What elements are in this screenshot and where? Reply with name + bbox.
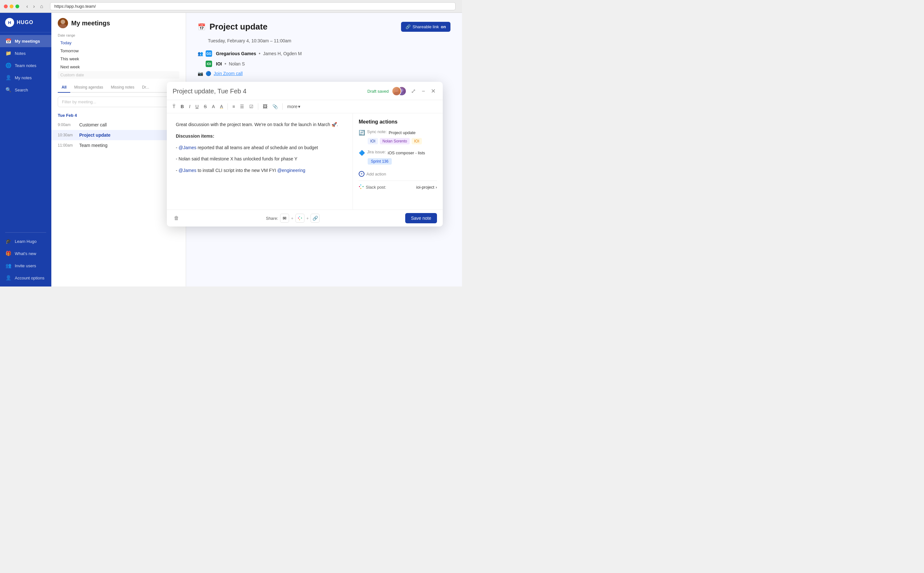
highlight-button[interactable]: A: [218, 103, 225, 110]
company-logo-ioi: IOI: [206, 61, 212, 67]
graduation-icon: 🎓: [5, 238, 11, 244]
sidebar: H HUGO 📅 My meetings 📁 Notes 🌐 Team note…: [0, 13, 51, 286]
back-button[interactable]: ‹: [24, 3, 30, 10]
home-button[interactable]: ⌂: [38, 3, 45, 10]
close-button[interactable]: [4, 5, 8, 8]
share-link-button[interactable]: 🔗: [310, 214, 319, 223]
person-icon: 👤: [5, 75, 11, 80]
minimize-button[interactable]: [9, 5, 14, 8]
gift-icon: 🎁: [5, 250, 11, 256]
participant-row-0: 👥 GG Gregarious Games • James H, Ogden M: [197, 49, 451, 59]
expand-button[interactable]: ⤢: [410, 87, 417, 95]
sidebar-item-label: Learn Hugo: [15, 239, 37, 244]
svg-rect-11: [299, 216, 300, 217]
toolbar-divider: [227, 103, 228, 110]
date-item-custom[interactable]: Custom date: [58, 71, 179, 78]
svg-point-1: [59, 24, 67, 28]
bold-button[interactable]: B: [179, 103, 186, 110]
editor-footer: 🗑 Share: ✉ + + 🔗 Save note: [167, 210, 443, 227]
editor-title: Project update, Tue Feb 4: [172, 88, 246, 95]
discussion-title: Discussion items:: [176, 133, 344, 140]
filter-input[interactable]: [58, 97, 179, 107]
svg-rect-13: [299, 219, 300, 221]
share-slack-button[interactable]: [296, 214, 304, 223]
join-zoom-link[interactable]: Join Zoom call: [214, 71, 243, 76]
tab-all[interactable]: All: [58, 83, 70, 93]
company-logo-gg: GG: [206, 50, 212, 57]
save-note-button[interactable]: Save note: [405, 213, 437, 223]
sidebar-item-invite-users[interactable]: 👥 Invite users: [0, 260, 51, 272]
detail-title-text: Project update: [210, 22, 268, 32]
join-zoom-row: 📷 🔵 Join Zoom call: [197, 69, 451, 78]
strikethrough-button[interactable]: S: [202, 103, 208, 110]
tab-missing-notes[interactable]: Missing notes: [107, 83, 138, 93]
date-item-this-week[interactable]: This week: [58, 55, 179, 63]
address-bar[interactable]: [50, 2, 456, 10]
sidebar-item-whats-new[interactable]: 🎁 What's new: [0, 247, 51, 260]
date-range-section: Date range Today Tomorrow This week Next…: [58, 33, 179, 78]
tab-drafts[interactable]: Dr...: [138, 83, 153, 93]
close-editor-button[interactable]: ✕: [430, 87, 437, 95]
sidebar-item-team-notes[interactable]: 🌐 Team notes: [0, 59, 51, 72]
folder-icon: 📁: [5, 50, 11, 56]
share-email-button[interactable]: ✉: [280, 214, 289, 223]
chip-nolan[interactable]: Nolan Sorento: [380, 138, 410, 144]
chip-ioi-2[interactable]: IOI: [412, 138, 422, 144]
format-button[interactable]: T̈: [171, 103, 177, 110]
svg-rect-8: [363, 186, 363, 187]
minimize-editor-button[interactable]: −: [420, 87, 426, 95]
sidebar-item-my-meetings[interactable]: 📅 My meetings: [0, 35, 51, 47]
sidebar-item-label: My meetings: [15, 39, 40, 44]
text-color-button[interactable]: A: [210, 103, 216, 110]
editor-content[interactable]: Great discussion with the project team. …: [167, 113, 353, 210]
italic-button[interactable]: I: [187, 103, 192, 110]
date-item-today[interactable]: Today: [58, 39, 179, 47]
checkbox-button[interactable]: ☑: [247, 103, 255, 110]
meeting-name: Customer call: [79, 122, 107, 127]
slack-icon: [359, 184, 364, 190]
date-item-tomorrow[interactable]: Tomorrow: [58, 47, 179, 55]
meeting-item-project-update[interactable]: 10:30am Project update: [51, 130, 186, 140]
sprint-chip-row: Sprint 136: [368, 158, 437, 164]
tab-missing-agendas[interactable]: Missing agendas: [70, 83, 107, 93]
attachment-button[interactable]: 📎: [271, 103, 280, 110]
sidebar-item-label: Search: [15, 88, 28, 92]
meeting-list-panel: My meetings Date range Today Tomorrow Th…: [51, 13, 186, 286]
meeting-time: 11:00am: [58, 143, 75, 147]
meeting-detail: 📅 Project update 🔗 Shareable link on Tue…: [186, 13, 462, 87]
meeting-time: 9:00am: [58, 122, 75, 127]
sprint-chip[interactable]: Sprint 136: [368, 158, 392, 164]
forward-button[interactable]: ›: [31, 3, 37, 10]
delete-button[interactable]: 🗑: [172, 214, 180, 222]
panel-title: My meetings: [58, 18, 179, 28]
bullet-list-button[interactable]: ≡: [230, 103, 237, 110]
share-row: Share: ✉ + + 🔗: [266, 214, 320, 223]
numbered-list-button[interactable]: ☰: [238, 103, 246, 110]
panel-header: My meetings Date range Today Tomorrow Th…: [51, 13, 186, 110]
svg-rect-6: [359, 186, 360, 187]
date-item-next-week[interactable]: Next week: [58, 63, 179, 70]
side-panel: Meeting actions 🔄 Sync note: Project upd…: [353, 113, 443, 210]
chip-ioi-1[interactable]: IOI: [368, 138, 378, 144]
sidebar-item-learn-hugo[interactable]: 🎓 Learn Hugo: [0, 235, 51, 247]
sidebar-item-account-options[interactable]: 👤 Account options: [0, 272, 51, 284]
plus-icon: +: [359, 171, 365, 177]
maximize-button[interactable]: [16, 5, 19, 8]
shareable-link-button[interactable]: 🔗 Shareable link on: [401, 22, 451, 32]
svg-rect-10: [298, 218, 299, 219]
add-action-button[interactable]: + Add action: [359, 170, 437, 178]
meeting-item-customer-call[interactable]: 9:00am Customer call: [51, 120, 186, 130]
chevron-down-icon: ▾: [298, 104, 300, 109]
meeting-item-team-meeting[interactable]: 11:00am Team meeting: [51, 140, 186, 150]
participant-row-1: 👥 IOI IOI • Nolan S: [197, 59, 451, 69]
sidebar-item-label: Account options: [15, 276, 45, 280]
more-button[interactable]: more ▾: [285, 103, 302, 110]
sidebar-item-label: Team notes: [15, 63, 36, 68]
underline-button[interactable]: U: [193, 103, 200, 110]
sidebar-item-my-notes[interactable]: 👤 My notes: [0, 72, 51, 84]
image-button[interactable]: 🖼: [261, 103, 269, 110]
sync-note-name: Project update: [388, 130, 415, 135]
sidebar-item-notes[interactable]: 📁 Notes: [0, 47, 51, 59]
sidebar-item-search[interactable]: 🔍 Search: [0, 84, 51, 96]
slack-channel[interactable]: ioi-project ›: [416, 185, 437, 189]
